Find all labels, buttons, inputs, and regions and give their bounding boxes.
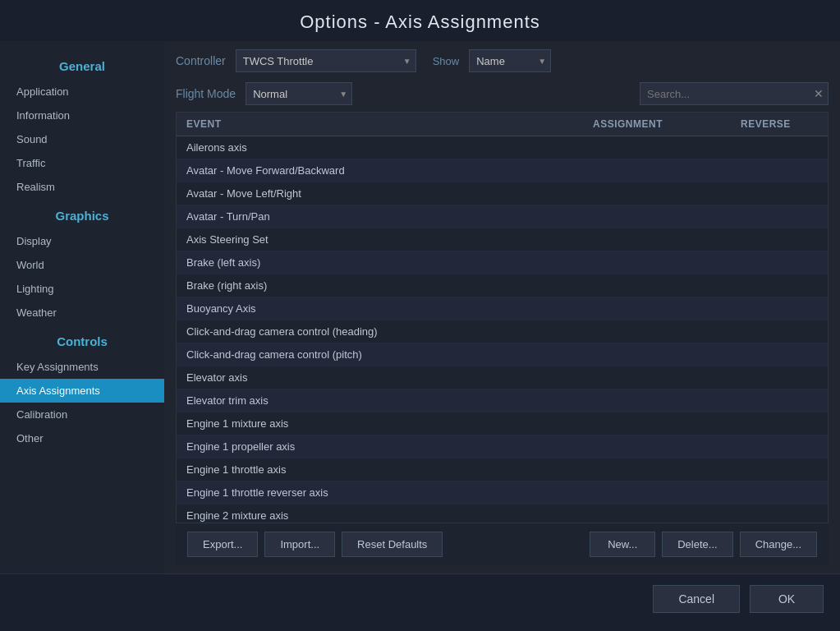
sidebar-item-application[interactable]: Application — [0, 80, 164, 104]
table-row[interactable]: Brake (left axis) — [177, 251, 828, 274]
sidebar-item-weather[interactable]: Weather — [0, 301, 164, 325]
td-reverse — [746, 389, 828, 412]
ok-button[interactable]: OK — [750, 585, 824, 613]
td-reverse — [746, 320, 828, 343]
show-select-wrapper: Name ID Both ▼ — [469, 49, 551, 72]
sidebar-item-traffic[interactable]: Traffic — [0, 151, 164, 175]
td-event: Engine 1 throttle reverser axis — [177, 481, 598, 504]
td-assignment — [598, 320, 746, 343]
controller-select-wrapper: TWCS Throttle Keyboard Mouse ▼ — [236, 49, 416, 72]
table-row[interactable]: Engine 2 mixture axis — [177, 504, 828, 523]
sidebar-section-controls: Controls — [0, 325, 164, 355]
show-select[interactable]: Name ID Both — [469, 49, 551, 72]
td-event: Avatar - Turn/Pan — [177, 205, 598, 228]
sidebar-item-information[interactable]: Information — [0, 104, 164, 127]
controller-select[interactable]: TWCS Throttle Keyboard Mouse — [236, 49, 416, 72]
td-event: Elevator axis — [177, 366, 598, 389]
footer: Cancel OK — [0, 573, 840, 623]
td-assignment — [598, 251, 746, 274]
table-row[interactable]: Elevator axis — [177, 366, 828, 389]
table-row[interactable]: Elevator trim axis — [177, 389, 828, 412]
td-reverse — [746, 205, 828, 228]
table-body[interactable]: Ailerons axis Avatar - Move Forward/Back… — [177, 136, 828, 523]
events-table: EVENT ASSIGNMENT REVERSE Ailerons axis A… — [176, 112, 829, 523]
sidebar-item-other[interactable]: Other — [0, 426, 164, 450]
td-reverse — [746, 412, 828, 435]
sidebar-section-graphics: Graphics — [0, 199, 164, 229]
controller-label: Controller — [176, 54, 226, 67]
table-row[interactable]: Click-and-drag camera control (heading) — [177, 320, 828, 343]
td-reverse — [746, 435, 828, 458]
td-reverse — [746, 182, 828, 205]
sidebar-item-lighting[interactable]: Lighting — [0, 277, 164, 301]
td-assignment — [598, 182, 746, 205]
td-event: Ailerons axis — [177, 136, 598, 159]
table-row[interactable]: Axis Steering Set — [177, 228, 828, 251]
table-row[interactable]: Avatar - Move Forward/Backward — [177, 159, 828, 182]
td-event: Engine 1 mixture axis — [177, 412, 598, 435]
cancel-button[interactable]: Cancel — [653, 585, 740, 613]
table-row[interactable]: Engine 1 mixture axis — [177, 412, 828, 435]
export-button[interactable]: Export... — [187, 532, 258, 557]
td-assignment — [598, 228, 746, 251]
show-label: Show — [433, 55, 460, 67]
td-reverse — [746, 251, 828, 274]
td-event: Avatar - Move Left/Right — [177, 182, 598, 205]
td-event: Axis Steering Set — [177, 228, 598, 251]
sidebar-item-key-assignments[interactable]: Key Assignments — [0, 355, 164, 379]
search-clear-icon[interactable]: ✕ — [814, 87, 824, 100]
td-assignment — [598, 504, 746, 523]
td-assignment — [598, 159, 746, 182]
table-row[interactable]: Avatar - Turn/Pan — [177, 205, 828, 228]
table-row[interactable]: Ailerons axis — [177, 136, 828, 159]
col-header-reverse: REVERSE — [731, 113, 813, 136]
td-reverse — [746, 159, 828, 182]
delete-button[interactable]: Delete... — [662, 532, 732, 557]
controller-row: Controller TWCS Throttle Keyboard Mouse … — [176, 49, 829, 72]
sidebar-item-calibration[interactable]: Calibration — [0, 403, 164, 426]
action-buttons-bar: Export... Import... Reset Defaults New..… — [176, 523, 829, 565]
td-event: Click-and-drag camera control (pitch) — [177, 343, 598, 366]
sidebar-item-realism[interactable]: Realism — [0, 175, 164, 199]
td-event: Click-and-drag camera control (heading) — [177, 320, 598, 343]
search-input[interactable] — [640, 82, 829, 105]
page-title: Options - Axis Assignments — [0, 0, 840, 41]
sidebar-section-general: General — [0, 49, 164, 80]
td-reverse — [746, 481, 828, 504]
td-assignment — [598, 481, 746, 504]
td-assignment — [598, 205, 746, 228]
import-button[interactable]: Import... — [264, 532, 335, 557]
td-event: Engine 1 propeller axis — [177, 435, 598, 458]
flight-mode-select-wrapper: Normal Simplified Advanced ▼ — [246, 82, 352, 105]
table-row[interactable]: Brake (right axis) — [177, 274, 828, 297]
sidebar-item-display[interactable]: Display — [0, 229, 164, 253]
td-reverse — [746, 228, 828, 251]
sidebar-item-world[interactable]: World — [0, 253, 164, 277]
td-reverse — [746, 297, 828, 320]
reset-defaults-button[interactable]: Reset Defaults — [342, 532, 443, 557]
td-assignment — [598, 412, 746, 435]
col-header-event: EVENT — [177, 113, 583, 136]
td-event: Brake (left axis) — [177, 251, 598, 274]
td-reverse — [746, 136, 828, 159]
td-assignment — [598, 297, 746, 320]
table-header: EVENT ASSIGNMENT REVERSE — [177, 113, 828, 136]
td-reverse — [746, 504, 828, 523]
change-button[interactable]: Change... — [740, 532, 817, 557]
sidebar-item-axis-assignments[interactable]: Axis Assignments — [0, 379, 164, 403]
table-row[interactable]: Avatar - Move Left/Right — [177, 182, 828, 205]
table-row[interactable]: Click-and-drag camera control (pitch) — [177, 343, 828, 366]
td-event: Engine 1 throttle axis — [177, 458, 598, 481]
content-area: Controller TWCS Throttle Keyboard Mouse … — [164, 41, 840, 573]
td-reverse — [746, 366, 828, 389]
td-event: Engine 2 mixture axis — [177, 504, 598, 523]
table-row[interactable]: Engine 1 propeller axis — [177, 435, 828, 458]
td-reverse — [746, 343, 828, 366]
new-button[interactable]: New... — [590, 532, 655, 557]
td-event: Brake (right axis) — [177, 274, 598, 297]
sidebar-item-sound[interactable]: Sound — [0, 127, 164, 151]
flight-mode-select[interactable]: Normal Simplified Advanced — [246, 82, 352, 105]
table-row[interactable]: Engine 1 throttle reverser axis — [177, 481, 828, 504]
table-row[interactable]: Buoyancy Axis — [177, 297, 828, 320]
table-row[interactable]: Engine 1 throttle axis — [177, 458, 828, 481]
